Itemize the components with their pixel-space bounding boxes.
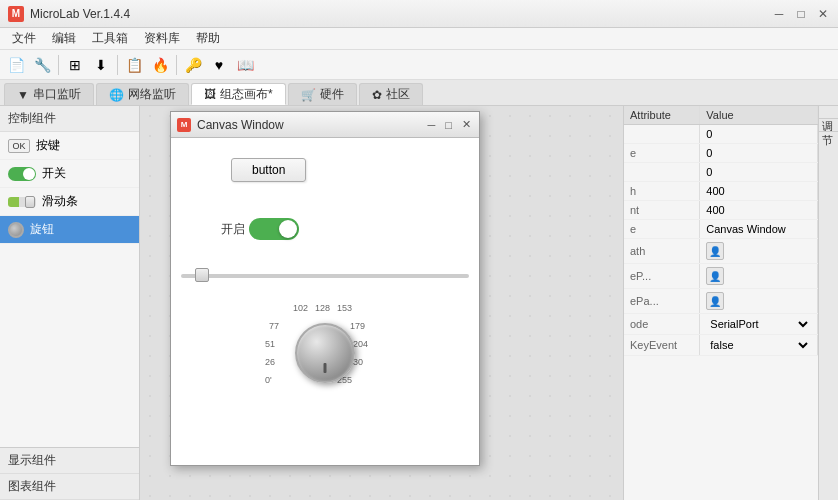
component-slider[interactable]: 滑动条 [0,188,139,216]
fire-button[interactable]: 🔥 [148,53,172,77]
browse-button-3[interactable]: 👤 [706,292,724,310]
scale-51: 51 [265,339,275,349]
table-row: nt 400 [624,201,818,220]
tab-network-monitor[interactable]: 🌐 网络监听 [96,83,189,105]
component-switch[interactable]: 开关 [0,160,139,188]
prop-val-ep[interactable]: 👤 [700,264,818,289]
prop-attr-ath: ath [624,239,700,264]
toggle-knob [279,220,297,238]
canvas-minimize-button[interactable]: ─ [426,118,438,131]
prop-header-attr: Attribute [624,106,700,125]
left-panel: 控制组件 OK 按键 开关 滑动条 旋钮 显示组件 图表组件 [0,106,140,500]
prop-val-h: 400 [700,182,818,201]
slider-thumb[interactable] [195,268,209,282]
knob-marker [324,363,327,373]
browse-button-1[interactable]: 👤 [706,242,724,260]
switch-label: 开关 [42,165,66,182]
prop-attr-epa: ePa... [624,289,700,314]
heart-button[interactable]: ♥ [207,53,231,77]
toggle-switch[interactable] [249,218,299,240]
side-tab-1[interactable]: 调 [819,106,838,119]
side-tab-2[interactable]: 节 [819,119,838,132]
menu-edit[interactable]: 编辑 [44,28,84,49]
canvas-close-button[interactable]: ✕ [460,118,473,131]
separator-2 [117,55,118,75]
canvas-window-title: Canvas Window [197,118,426,132]
display-section-title: 显示组件 [0,447,139,474]
title-bar: M MicroLab Ver.1.4.4 ─ □ ✕ [0,0,838,28]
mode-select[interactable]: SerialPort [706,317,811,331]
table-row: 0 [624,163,818,182]
canvas-area[interactable]: M Canvas Window ─ □ ✕ button 开启 [140,106,623,500]
prop-attr-nt: nt [624,201,700,220]
slider-track [181,274,469,278]
tab-canvas[interactable]: 🖼 组态画布* [191,83,286,105]
tab-hardware-label: 硬件 [320,86,344,103]
toolbar: 📄 🔧 ⊞ ⬇ 📋 🔥 🔑 ♥ 📖 [0,50,838,80]
tab-canvas-label: 组态画布* [220,86,273,103]
menu-help[interactable]: 帮助 [188,28,228,49]
menu-file[interactable]: 文件 [4,28,44,49]
download-button[interactable]: ⬇ [89,53,113,77]
tab-serial-monitor[interactable]: ▼ 串口监听 [4,83,94,105]
tab-serial-label: 串口监听 [33,86,81,103]
prop-attr-ode: ode [624,314,700,335]
menu-toolbox[interactable]: 工具箱 [84,28,136,49]
browse-button-2[interactable]: 👤 [706,267,724,285]
knob-label: 旋钮 [30,221,54,238]
switch-knob [23,168,35,180]
keyevent-select[interactable]: false true [706,338,811,352]
widget-knob-container: 102 128 153 179 204 230 255 77 51 26 0' [265,303,385,403]
table-row: ode SerialPort [624,314,818,335]
prop-val-1: 0 [700,144,818,163]
serial-monitor-icon: ▼ [17,88,29,102]
table-row: e Canvas Window [624,220,818,239]
minimize-button[interactable]: ─ [772,7,786,21]
main-layout: 控制组件 OK 按键 开关 滑动条 旋钮 显示组件 图表组件 [0,106,838,500]
scale-204: 204 [353,339,368,349]
chart-section-title: 图表组件 [0,474,139,500]
table-row: e 0 [624,144,818,163]
close-button[interactable]: ✕ [816,7,830,21]
knob-preview [8,222,24,238]
side-tabs: 调 节 [818,106,838,500]
prop-header-value: Value [700,106,818,125]
prop-attr-2 [624,163,700,182]
widget-button[interactable]: button [231,158,306,182]
menu-bar: 文件 编辑 工具箱 资料库 帮助 [0,28,838,50]
canvas-icon: 🖼 [204,87,216,101]
prop-val-keyevent[interactable]: false true [700,335,818,356]
knob-scale: 102 128 153 179 204 230 255 77 51 26 0' [265,303,385,403]
prop-val-epa[interactable]: 👤 [700,289,818,314]
widget-slider[interactable] [181,268,469,284]
key-button[interactable]: 🔑 [181,53,205,77]
widget-toggle[interactable]: 开启 [221,218,299,240]
menu-library[interactable]: 资料库 [136,28,188,49]
settings-button[interactable]: 🔧 [30,53,54,77]
canvas-maximize-button[interactable]: □ [443,118,454,131]
scale-77: 77 [269,321,279,331]
book-button[interactable]: 📖 [233,53,257,77]
new-button[interactable]: 📄 [4,53,28,77]
maximize-button[interactable]: □ [794,7,808,21]
separator-3 [176,55,177,75]
tab-hardware[interactable]: 🛒 硬件 [288,83,357,105]
grid-button[interactable]: ⊞ [63,53,87,77]
tab-network-label: 网络监听 [128,86,176,103]
scale-0: 0' [265,375,272,385]
tab-community[interactable]: ✿ 社区 [359,83,423,105]
prop-val-ode[interactable]: SerialPort [700,314,818,335]
canvas-window-titlebar: M Canvas Window ─ □ ✕ [171,112,479,138]
prop-val-ath[interactable]: 👤 [700,239,818,264]
prop-attr-h: h [624,182,700,201]
knob-body[interactable] [295,323,355,383]
component-button[interactable]: OK 按键 [0,132,139,160]
prop-val-nt: 400 [700,201,818,220]
scale-102: 102 [293,303,308,313]
canvas-window[interactable]: M Canvas Window ─ □ ✕ button 开启 [170,111,480,466]
serial-button[interactable]: 📋 [122,53,146,77]
button-label: 按键 [36,137,60,154]
component-knob[interactable]: 旋钮 [0,216,139,244]
network-icon: 🌐 [109,88,124,102]
table-row: KeyEvent false true [624,335,818,356]
